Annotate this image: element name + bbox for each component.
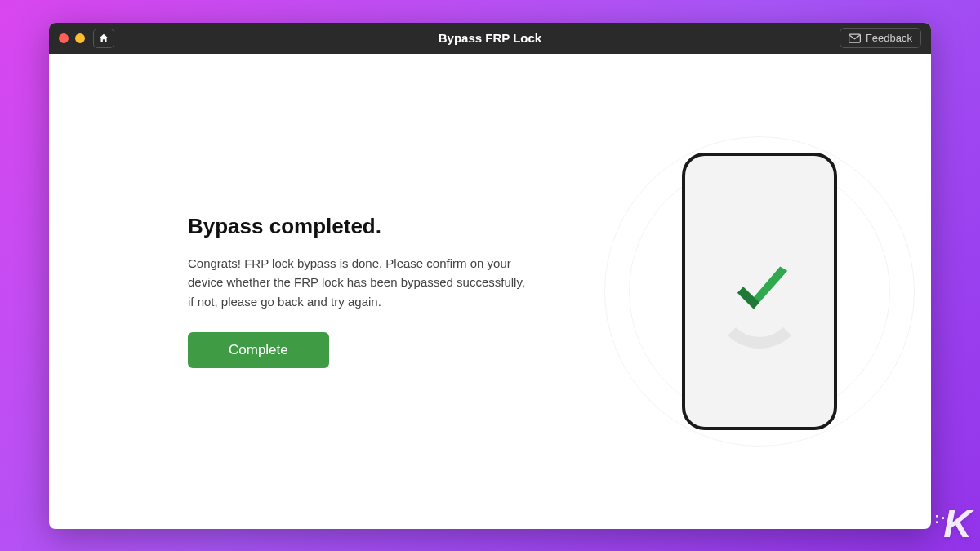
page-description: Congrats! FRP lock bypass is done. Pleas… [188, 254, 531, 311]
feedback-label: Feedback [866, 32, 912, 44]
phone-screen-content [710, 242, 808, 340]
page-heading: Bypass completed. [188, 214, 531, 239]
close-window-button[interactable] [59, 33, 69, 43]
app-window: Bypass FRP Lock Feedback Bypass complete… [49, 23, 931, 529]
message-block: Bypass completed. Congrats! FRP lock byp… [188, 214, 531, 368]
window-controls [59, 33, 85, 43]
progress-arc-icon [715, 259, 804, 349]
phone-frame [682, 153, 837, 430]
window-title: Bypass FRP Lock [439, 31, 541, 45]
watermark: :·K [934, 501, 970, 546]
mail-icon [849, 33, 861, 43]
home-button[interactable] [93, 29, 114, 48]
phone-illustration [645, 128, 874, 455]
titlebar: Bypass FRP Lock Feedback [49, 23, 931, 54]
main-content: Bypass completed. Congrats! FRP lock byp… [49, 54, 931, 529]
home-icon [98, 33, 109, 44]
minimize-window-button[interactable] [75, 33, 85, 43]
feedback-button[interactable]: Feedback [840, 28, 921, 48]
complete-button[interactable]: Complete [188, 332, 329, 368]
